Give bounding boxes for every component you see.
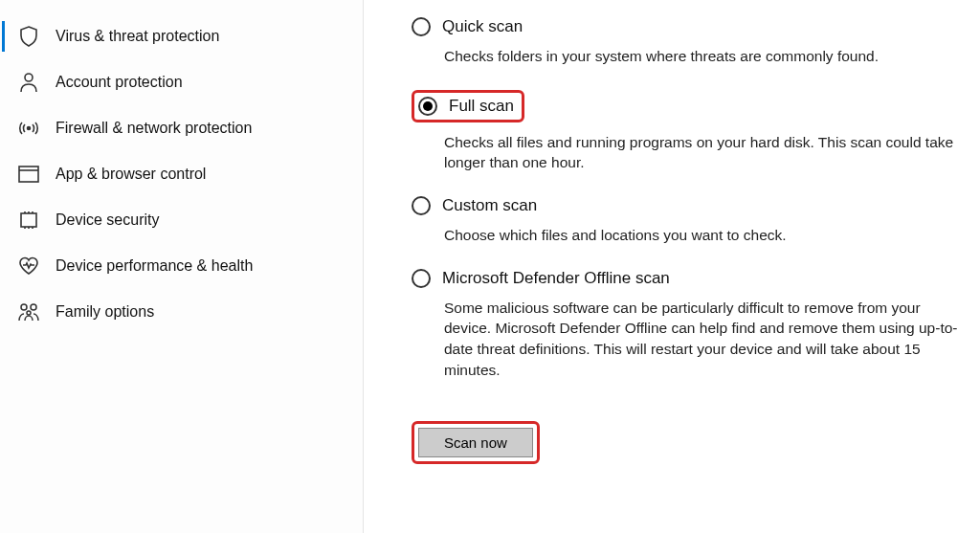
option-desc: Some malicious software can be particula… <box>444 298 969 381</box>
window-icon <box>17 163 40 186</box>
option-quick-scan: Quick scan Checks folders in your system… <box>412 17 969 67</box>
radio-full-scan[interactable] <box>418 97 437 116</box>
chip-icon <box>17 209 40 232</box>
svg-point-0 <box>25 74 33 81</box>
option-title: Microsoft Defender Offline scan <box>442 269 670 288</box>
sidebar-item-virus-threat-protection[interactable]: Virus & threat protection <box>0 13 363 59</box>
radio-custom-scan[interactable] <box>412 196 431 215</box>
svg-point-11 <box>21 304 27 310</box>
sidebar: Virus & threat protection Account protec… <box>0 0 364 533</box>
svg-point-1 <box>28 127 31 130</box>
svg-point-12 <box>31 304 36 310</box>
radio-offline-scan[interactable] <box>412 269 431 288</box>
sidebar-item-app-browser-control[interactable]: App & browser control <box>0 151 363 197</box>
heart-icon <box>17 255 40 278</box>
sidebar-item-firewall-network-protection[interactable]: Firewall & network protection <box>0 105 363 151</box>
option-title: Custom scan <box>442 196 537 215</box>
option-full-scan: Full scan Checks all files and running p… <box>412 90 969 173</box>
svg-rect-2 <box>19 167 38 182</box>
sidebar-item-device-performance-health[interactable]: Device performance & health <box>0 243 363 289</box>
option-title: Full scan <box>449 97 514 116</box>
option-desc: Choose which files and locations you wan… <box>444 225 969 246</box>
sidebar-item-label: Firewall & network protection <box>56 120 252 137</box>
sidebar-item-family-options[interactable]: Family options <box>0 289 363 335</box>
sidebar-item-label: Family options <box>56 303 154 321</box>
scan-now-button[interactable]: Scan now <box>418 428 533 457</box>
sidebar-item-device-security[interactable]: Device security <box>0 197 363 243</box>
main-content: Quick scan Checks folders in your system… <box>364 0 980 533</box>
svg-rect-4 <box>21 213 36 227</box>
svg-point-13 <box>27 311 31 315</box>
option-title: Quick scan <box>442 17 523 36</box>
shield-icon <box>17 25 40 48</box>
option-desc: Checks folders in your system where thre… <box>444 46 969 67</box>
sidebar-item-label: Device security <box>56 211 159 229</box>
person-icon <box>17 71 40 94</box>
option-offline-scan: Microsoft Defender Offline scan Some mal… <box>412 269 969 381</box>
sidebar-item-label: App & browser control <box>56 166 206 183</box>
sidebar-item-label: Account protection <box>56 74 183 91</box>
antenna-icon <box>17 117 40 140</box>
highlight-scan-now: Scan now <box>412 421 540 464</box>
sidebar-item-label: Device performance & health <box>56 257 253 275</box>
option-desc: Checks all files and running programs on… <box>444 132 969 173</box>
sidebar-item-label: Virus & threat protection <box>56 28 219 45</box>
sidebar-item-account-protection[interactable]: Account protection <box>0 59 363 105</box>
family-icon <box>17 300 40 323</box>
highlight-full-scan: Full scan <box>412 90 524 122</box>
option-custom-scan: Custom scan Choose which files and locat… <box>412 196 969 246</box>
radio-quick-scan[interactable] <box>412 17 431 36</box>
